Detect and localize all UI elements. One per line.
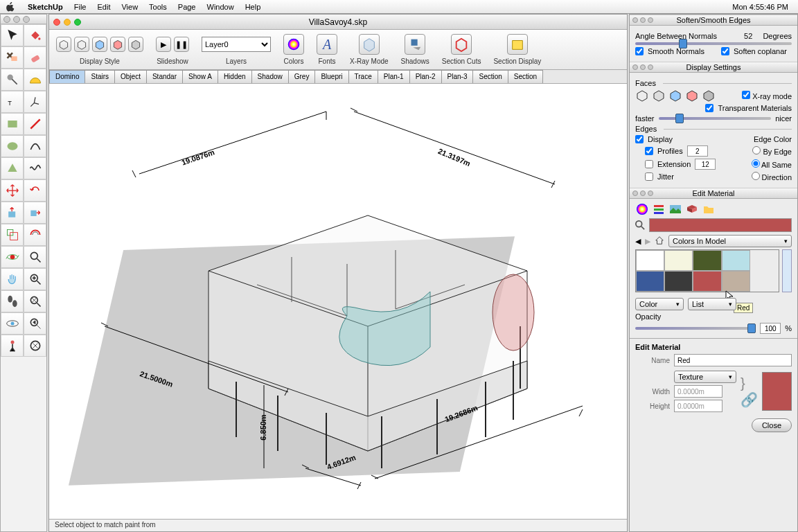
tab-grey[interactable]: Grey [288,70,316,83]
angle-slider[interactable] [635,42,792,45]
folder-icon[interactable] [702,203,716,215]
style-wireframe-icon[interactable] [56,37,71,52]
list-mode-select[interactable]: List [688,298,736,310]
material-name-input[interactable] [674,354,792,366]
look-around-tool[interactable] [1,312,24,335]
rotate-tool[interactable] [24,179,46,202]
menu-help[interactable]: Help [240,3,267,11]
menu-view[interactable]: View [116,3,143,11]
image-icon[interactable] [668,203,682,215]
menu-window[interactable]: Window [202,3,240,11]
layer-select[interactable]: Layer0 [202,37,271,52]
freehand-tool[interactable] [24,157,46,179]
menu-file[interactable]: File [69,3,92,11]
by-edge-radio[interactable] [752,146,761,154]
walk-tool[interactable] [1,290,24,312]
xray-mode-check[interactable] [742,91,750,99]
menu-page[interactable]: Page [172,3,202,11]
swatch-red[interactable] [693,271,721,292]
swatch-dark[interactable] [664,271,693,292]
style-mono-icon[interactable] [128,37,143,52]
opacity-input[interactable] [760,323,781,334]
scale-tool[interactable] [1,224,24,246]
texture-select[interactable]: Texture [674,371,736,383]
tab-plan-1[interactable]: Plan-1 [378,70,410,83]
style-shaded-icon[interactable] [92,37,107,52]
tape-measure-tool[interactable] [1,69,24,91]
shadows-icon[interactable] [405,34,425,55]
face-style-3-icon[interactable] [668,89,682,102]
rectangle-tool[interactable] [1,46,24,69]
zoom-button[interactable] [74,19,81,26]
polygon-tool[interactable] [1,157,24,179]
close-button[interactable] [53,19,60,26]
swatch-scrollbar[interactable] [782,249,792,292]
home-icon[interactable] [655,236,664,247]
tab-hidden[interactable]: Hidden [218,70,252,83]
tab-plan-3[interactable]: Plan-3 [441,70,474,83]
style-textured-icon[interactable] [110,37,125,52]
menu-tools[interactable]: Tools [143,3,172,11]
section-display-icon[interactable] [507,34,528,55]
line-tool[interactable] [24,113,46,135]
display-edges-check[interactable] [635,135,644,143]
tab-bluepri[interactable]: Bluepri [314,70,348,83]
pan-tool[interactable] [1,268,24,290]
section-cuts-icon[interactable] [451,34,472,55]
swatch-tan[interactable] [722,271,750,292]
pushpull-tool[interactable] [1,202,24,224]
swatch-lightblue[interactable] [722,250,750,271]
material-search-input[interactable] [649,218,792,232]
arc-tool[interactable] [24,135,46,157]
colors-in-model-select[interactable]: Colors In Model [668,235,792,247]
tab-domino[interactable]: Domino [49,70,85,83]
zoom-window-tool[interactable] [24,268,46,290]
pause-button[interactable]: ❚❚ [174,37,189,52]
tab-stairs[interactable]: Stairs [85,70,115,83]
colorwheel-icon[interactable] [635,203,649,215]
select-tool[interactable] [1,24,24,46]
colors-icon[interactable] [283,34,304,55]
axes-tool[interactable] [24,91,46,113]
profiles-check[interactable] [645,147,653,155]
nav-back-icon[interactable]: ◀ [635,237,641,246]
position-camera-tool[interactable] [1,335,24,357]
eraser-tool[interactable] [24,46,46,69]
zoom-extents-tool[interactable] [24,290,46,312]
protractor-tool[interactable] [24,69,46,91]
rectangle-draw-tool[interactable] [1,113,24,135]
tab-trace[interactable]: Trace [348,70,378,83]
tab-section-1[interactable]: Section [472,70,508,83]
tab-shadow[interactable]: Shadow [251,70,289,83]
face-style-5-icon[interactable] [702,89,716,102]
direction-radio[interactable] [752,172,760,180]
play-button[interactable]: ▶ [156,37,171,52]
jitter-check[interactable] [645,172,653,181]
paint-bucket-tool[interactable] [24,24,46,46]
height-input[interactable] [674,400,722,412]
close-button[interactable]: Close [752,418,792,432]
face-style-2-icon[interactable] [652,89,666,102]
xray-icon[interactable] [359,34,380,55]
fonts-icon[interactable]: A [317,34,337,55]
tab-show-a[interactable]: Show A [182,70,218,83]
transparent-check[interactable] [705,104,713,112]
soften-coplanar-check[interactable] [721,47,729,55]
all-same-radio[interactable] [752,159,760,168]
minimize-button[interactable] [64,19,71,26]
swatch-white[interactable] [636,250,664,271]
profiles-input[interactable] [687,145,708,157]
extension-check[interactable] [645,160,653,168]
move-tool[interactable] [1,179,24,202]
link-dimensions-icon[interactable]: }🔗 [741,375,758,408]
brick-icon[interactable] [685,203,699,215]
orbit-tool[interactable] [1,246,24,268]
followme-tool[interactable] [24,202,46,224]
section-plane-tool[interactable] [24,335,46,357]
color-mode-select[interactable]: Color [635,298,684,310]
opacity-slider[interactable] [635,327,756,330]
circle-tool[interactable] [1,135,24,157]
zoom-tool[interactable] [24,246,46,268]
nav-fwd-icon[interactable]: ▶ [645,237,650,246]
style-hidden-icon[interactable] [74,37,89,52]
